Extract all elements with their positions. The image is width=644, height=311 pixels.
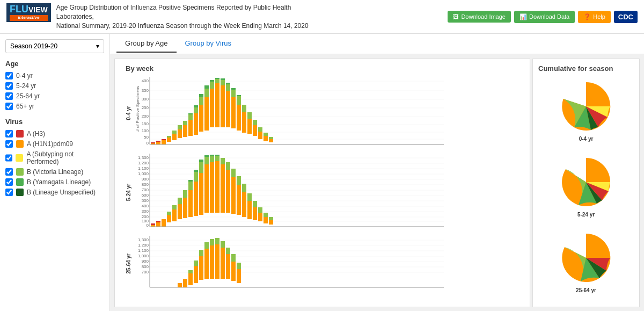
header: FLU VIEW interactive Age Group Distribut… [0, 0, 644, 34]
age-label-25-64: 25-64 yr [126, 254, 131, 274]
svg-rect-31 [188, 113, 193, 114]
virus-swatch-ah3 [16, 130, 24, 138]
age-label-0-4: 0-4 yr [126, 106, 131, 120]
svg-rect-27 [183, 125, 187, 137]
svg-rect-20 [162, 140, 166, 144]
svg-text:50: 50 [144, 135, 149, 140]
bar-chart-svg-25-64: 1,300 1,200 1,100 1,000 900 800 700 [134, 236, 445, 290]
virus-item-ah3: A (H3) [5, 130, 104, 138]
svg-text:1,100: 1,100 [138, 248, 149, 253]
svg-rect-58 [237, 95, 241, 96]
age-checkbox-25-64[interactable] [5, 92, 13, 100]
by-week-title: By week [126, 64, 524, 73]
svg-text:400: 400 [142, 78, 149, 83]
age-checkbox-5-24[interactable] [5, 82, 13, 90]
svg-rect-123 [199, 160, 203, 162]
svg-text:800: 800 [142, 264, 149, 269]
svg-rect-54 [231, 90, 236, 97]
svg-rect-115 [188, 190, 193, 217]
svg-rect-36 [199, 97, 203, 105]
header-title: Age Group Distribution of Influenza Posi… [56, 3, 325, 30]
svg-rect-21 [167, 138, 171, 142]
svg-text:1,200: 1,200 [138, 161, 149, 165]
age-filter-section: Age 0-4 yr 5-24 yr 25-64 yr 65+ yr [5, 60, 104, 110]
svg-rect-60 [242, 105, 246, 112]
svg-rect-136 [226, 162, 230, 170]
age-checkbox-65plus[interactable] [5, 103, 13, 110]
virus-item-bunspec: B (Lineage Unspecified) [5, 189, 104, 196]
virus-checkbox-ah3[interactable] [5, 130, 13, 138]
svg-rect-126 [204, 155, 209, 157]
virus-checkbox-byamagata[interactable] [5, 178, 13, 186]
svg-rect-132 [215, 155, 219, 156]
svg-rect-141 [242, 192, 246, 217]
svg-rect-183 [210, 239, 214, 245]
svg-rect-39 [204, 89, 209, 97]
svg-rect-116 [188, 182, 193, 190]
svg-rect-40 [204, 85, 209, 89]
svg-text:1,200: 1,200 [138, 243, 149, 248]
svg-rect-182 [210, 245, 214, 279]
age-filter-title: Age [5, 60, 104, 68]
bar-chart-svg-5-24: 1,300 1,200 1,100 1,000 900 800 700 600 … [134, 154, 445, 229]
svg-rect-178 [199, 256, 203, 280]
virus-checkbox-asubtype[interactable] [5, 154, 12, 162]
virus-checkbox-bvictoria[interactable] [5, 168, 13, 176]
svg-rect-139 [237, 185, 241, 215]
charts-area: By week 0-4 yr # of Positive Specimens 4… [110, 54, 644, 311]
bar-chart-svg-0-4: 400 350 300 250 200 150 100 50 0 [134, 77, 445, 147]
bar-chart-25-64: 25-64 yr 1,300 1,200 1,100 1,000 900 800… [126, 236, 524, 291]
pie-charts-panel: Cumulative for season [532, 59, 640, 307]
svg-rect-143 [247, 201, 252, 219]
svg-rect-176 [194, 266, 198, 283]
svg-text:1,000: 1,000 [138, 171, 149, 176]
svg-rect-177 [194, 261, 198, 266]
svg-rect-68 [264, 133, 268, 136]
svg-rect-19 [156, 142, 160, 144]
svg-rect-49 [221, 78, 225, 80]
tab-group-by-virus[interactable]: Group by Virus [177, 35, 240, 53]
svg-rect-52 [226, 83, 230, 84]
virus-checkbox-bunspec[interactable] [5, 189, 13, 196]
download-image-button[interactable]: 🖼 Download Image [448, 11, 511, 23]
svg-rect-22 [167, 136, 171, 138]
svg-rect-130 [215, 161, 219, 213]
main: Season 2019-20 ▾ Age 0-4 yr 5-24 yr 25-6… [0, 34, 644, 311]
svg-rect-24 [172, 131, 177, 134]
svg-text:900: 900 [142, 259, 149, 264]
svg-rect-105 [156, 222, 160, 227]
age-checkbox-0-4[interactable] [5, 72, 13, 79]
svg-rect-65 [258, 132, 262, 139]
season-select[interactable]: Season 2019-20 ▾ [5, 39, 104, 53]
virus-checkbox-ah1n1[interactable] [5, 140, 13, 148]
svg-rect-42 [210, 82, 214, 89]
bar-charts-panel: By week 0-4 yr # of Positive Specimens 4… [114, 59, 530, 307]
age-item-65plus: 65+ yr [5, 103, 104, 110]
svg-rect-124 [204, 164, 209, 213]
svg-rect-147 [258, 213, 262, 221]
svg-rect-142 [242, 184, 246, 192]
svg-rect-133 [221, 164, 225, 213]
svg-rect-46 [215, 78, 219, 79]
help-button[interactable]: ❓ Help [578, 11, 611, 23]
svg-rect-70 [269, 137, 273, 139]
tab-group-by-age[interactable]: Group by Age [116, 35, 177, 53]
svg-rect-53 [231, 97, 236, 128]
pie-25-64: 25-64 yr [538, 228, 634, 293]
svg-text:350: 350 [142, 88, 149, 93]
pie-5-24: 5-24 yr [538, 153, 634, 218]
svg-rect-138 [231, 169, 236, 177]
svg-rect-107 [167, 215, 171, 222]
svg-rect-71 [151, 142, 155, 143]
svg-text:300: 300 [142, 209, 149, 214]
svg-rect-69 [269, 139, 273, 142]
svg-rect-32 [194, 113, 198, 135]
svg-rect-67 [264, 136, 268, 141]
svg-rect-23 [172, 134, 177, 140]
svg-rect-186 [221, 248, 225, 279]
svg-rect-56 [237, 105, 241, 131]
svg-rect-150 [264, 213, 268, 217]
dropdown-arrow-icon: ▾ [96, 42, 99, 50]
svg-rect-173 [183, 279, 187, 287]
download-data-button[interactable]: 📊 Download Data [514, 11, 575, 23]
